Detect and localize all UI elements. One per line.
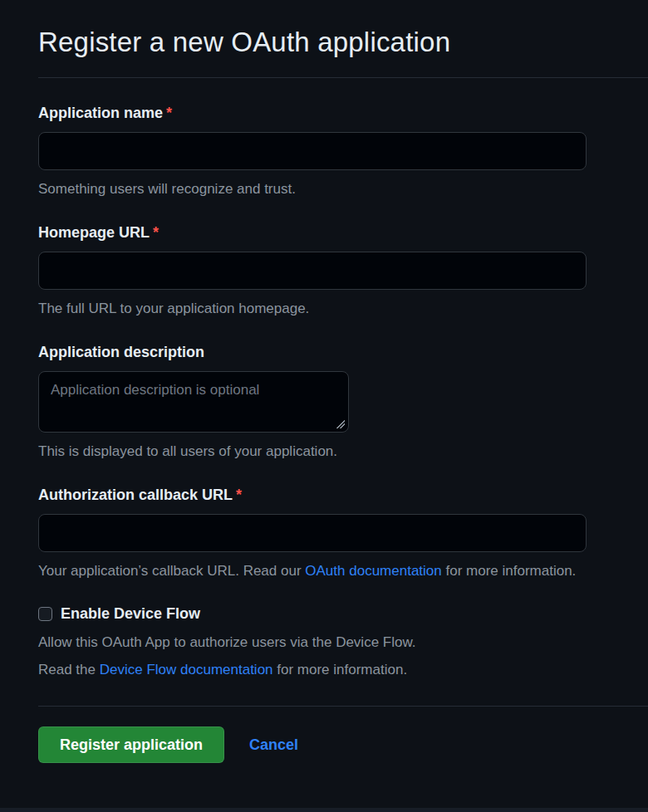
header-divider [38, 77, 648, 78]
homepage-url-input[interactable] [38, 252, 587, 290]
application-name-help: Something users will recognize and trust… [38, 181, 587, 198]
callback-url-help-text: Your application’s callback URL. Read ou… [38, 563, 305, 579]
bottom-edge-strip [0, 808, 648, 812]
page-title: Register a new OAuth application [38, 25, 587, 60]
callback-url-label-text: Authorization callback URL [38, 487, 233, 503]
application-name-label: Application name* [38, 105, 587, 122]
application-description-textarea[interactable] [38, 371, 349, 433]
homepage-url-label-text: Homepage URL [38, 224, 150, 241]
form-actions: Register application Cancel [38, 726, 587, 763]
field-application-description: Application description This is displaye… [38, 344, 587, 460]
required-asterisk: * [236, 487, 242, 503]
device-flow-read-more-before: Read the [38, 662, 100, 677]
callback-url-input[interactable] [38, 514, 587, 552]
device-flow-description: Allow this OAuth App to authorize users … [38, 634, 587, 651]
application-description-label-text: Application description [38, 344, 204, 360]
field-callback-url: Authorization callback URL* Your applica… [38, 487, 587, 580]
field-homepage-url: Homepage URL* The full URL to your appli… [38, 224, 587, 317]
device-flow-documentation-link[interactable]: Device Flow documentation [100, 662, 273, 677]
device-flow-read-more-after: for more information. [273, 662, 408, 677]
device-flow-read-more: Read the Device Flow documentation for m… [38, 662, 587, 678]
application-description-wrap [38, 371, 349, 433]
required-asterisk: * [166, 105, 172, 121]
register-application-button[interactable]: Register application [38, 726, 224, 763]
resize-handle-icon[interactable] [336, 419, 345, 428]
application-name-input[interactable] [38, 132, 587, 170]
callback-url-help-text-after: for more information. [442, 563, 577, 579]
callback-url-label: Authorization callback URL* [38, 487, 587, 504]
enable-device-flow-checkbox[interactable] [38, 607, 52, 621]
enable-device-flow-label[interactable]: Enable Device Flow [61, 605, 200, 623]
callback-url-help: Your application’s callback URL. Read ou… [38, 563, 587, 580]
device-flow-row: Enable Device Flow [38, 605, 587, 623]
application-description-label: Application description [38, 344, 587, 361]
cancel-link[interactable]: Cancel [249, 736, 298, 754]
homepage-url-label: Homepage URL* [38, 224, 587, 242]
homepage-url-help: The full URL to your application homepag… [38, 301, 587, 317]
application-description-help: This is displayed to all users of your a… [38, 443, 587, 460]
oauth-app-registration-page: Register a new OAuth application Applica… [0, 0, 648, 812]
field-application-name: Application name* Something users will r… [38, 105, 587, 198]
required-asterisk: * [153, 224, 159, 241]
footer-divider [38, 706, 648, 707]
oauth-documentation-link[interactable]: OAuth documentation [305, 563, 441, 579]
application-name-label-text: Application name [38, 105, 163, 121]
